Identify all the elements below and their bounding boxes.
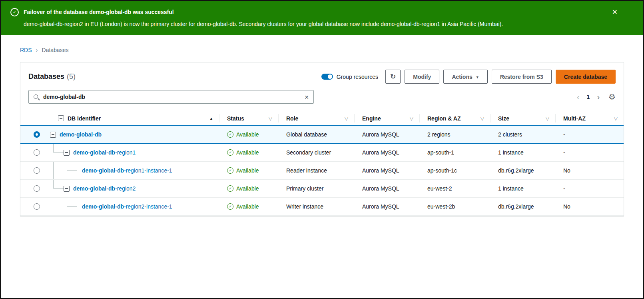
toggle-on-icon[interactable] [321, 74, 333, 80]
page-number[interactable]: 1 [586, 94, 591, 100]
expander-minus-icon[interactable] [64, 150, 70, 156]
filter-row: ✕ ‹ 1 › ⚙ [20, 90, 624, 111]
header-select-cell [20, 111, 45, 125]
size-cell: 1 instance [490, 144, 555, 161]
role-cell: Writer instance [278, 198, 354, 215]
caret-down-icon: ▼ [476, 75, 479, 79]
table-row[interactable]: demo-global-db ✓ Available Global databa… [20, 125, 624, 144]
filter-icon[interactable]: ▽ [345, 116, 348, 121]
column-header-region-az[interactable]: Region & AZ ▽ [419, 111, 490, 125]
column-header-status[interactable]: Status ▽ [219, 111, 278, 125]
table-row[interactable]: demo-global-db-region1-instance-1 ✓ Avai… [20, 162, 624, 180]
db-identifier-link[interactable]: demo-global-db-region1 [73, 149, 136, 156]
column-label: Status [227, 115, 244, 122]
breadcrumb-link-rds[interactable]: RDS [20, 47, 32, 53]
column-header-db-identifier[interactable]: DB identifier ▲ [45, 111, 219, 125]
create-database-button[interactable]: Create database [556, 70, 616, 84]
refresh-button[interactable]: ↻ [385, 70, 401, 84]
status-badge: Available [236, 131, 259, 138]
multi-az-cell: No [555, 198, 624, 215]
engine-cell: Aurora MySQL [354, 144, 419, 161]
column-label: Multi-AZ [563, 115, 586, 122]
size-cell: db.r6g.2xlarge [490, 198, 555, 215]
tree-connector [67, 162, 77, 171]
db-identifier-link[interactable]: demo-global-db-region2-instance-1 [82, 203, 172, 210]
page-next-icon[interactable]: › [597, 92, 600, 102]
actions-label: Actions [452, 74, 472, 80]
role-cell: Primary cluster [278, 180, 354, 197]
role-cell: Global database [278, 126, 354, 143]
search-box[interactable]: ✕ [28, 90, 314, 104]
search-icon [33, 94, 40, 100]
region-cell: eu-west-2b [419, 198, 490, 215]
tree-connector [53, 144, 64, 153]
collapse-all-minus-icon[interactable] [58, 115, 64, 121]
size-cell: db.r6g.2xlarge [490, 162, 555, 179]
filter-icon[interactable]: ▽ [614, 116, 618, 121]
status-badge: Available [236, 167, 259, 174]
restore-from-s3-button[interactable]: Restore from S3 [492, 70, 552, 84]
column-header-role[interactable]: Role ▽ [278, 111, 354, 125]
multi-az-cell: - [555, 126, 624, 143]
row-radio[interactable] [34, 149, 40, 156]
column-label: Region & AZ [427, 115, 461, 122]
close-icon[interactable]: ✕ [612, 8, 618, 16]
breadcrumb-chevron-icon: › [36, 46, 38, 53]
available-check-icon: ✓ [227, 185, 233, 192]
column-header-engine[interactable]: Engine ▽ [354, 111, 419, 125]
search-input[interactable] [29, 90, 313, 103]
breadcrumb-current: Databases [42, 47, 69, 53]
row-radio[interactable] [34, 167, 40, 174]
column-label: Engine [362, 115, 381, 122]
available-check-icon: ✓ [227, 131, 233, 138]
databases-table: DB identifier ▲ Status ▽ Role ▽ Engine ▽… [20, 111, 624, 216]
expander-minus-icon[interactable] [64, 186, 70, 192]
filter-icon[interactable]: ▽ [481, 116, 484, 121]
row-radio[interactable] [34, 185, 40, 192]
engine-cell: Aurora MySQL [354, 162, 419, 179]
table-row[interactable]: demo-global-db-region2-instance-1 ✓ Avai… [20, 198, 624, 216]
column-header-multi-az[interactable]: Multi-AZ ▽ [555, 111, 624, 125]
tree-connector [67, 198, 77, 207]
available-check-icon: ✓ [227, 203, 233, 210]
db-identifier-link[interactable]: demo-global-db-region2 [73, 185, 136, 192]
databases-panel: Databases (5) Group resources ↻ Modify A… [20, 62, 624, 216]
column-label: DB identifier [68, 115, 101, 122]
filter-icon[interactable]: ▽ [269, 116, 272, 121]
role-cell: Reader instance [278, 162, 354, 179]
table-header-row: DB identifier ▲ Status ▽ Role ▽ Engine ▽… [20, 111, 624, 126]
settings-gear-icon[interactable]: ⚙ [608, 92, 616, 102]
pagination: ‹ 1 › ⚙ [577, 92, 616, 102]
tree-connector [53, 180, 64, 189]
clear-icon[interactable]: ✕ [304, 93, 309, 101]
page-title: Databases [28, 72, 64, 81]
table-row[interactable]: demo-global-db-region2 ✓ Available Prima… [20, 180, 624, 198]
filter-icon[interactable]: ▽ [546, 116, 549, 121]
status-badge: Available [236, 185, 259, 192]
app-window: ✓ Failover of the database demo-global-d… [0, 0, 644, 299]
banner-message: demo-global-db-region2 in EU (London) is… [24, 20, 602, 28]
column-header-size[interactable]: Size ▽ [490, 111, 555, 125]
page-prev-icon[interactable]: ‹ [577, 92, 580, 102]
db-identifier-link[interactable]: demo-global-db-region1-instance-1 [82, 167, 172, 174]
sort-ascending-icon[interactable]: ▲ [209, 116, 213, 120]
row-radio[interactable] [34, 203, 40, 210]
banner-text: Failover of the database demo-global-db … [24, 8, 602, 28]
region-cell: ap-south-1 [419, 144, 490, 161]
size-cell: 1 instance [490, 180, 555, 197]
filter-icon[interactable]: ▽ [410, 116, 413, 121]
row-radio[interactable] [34, 131, 40, 138]
modify-button[interactable]: Modify [405, 70, 439, 84]
refresh-icon: ↻ [390, 72, 396, 81]
engine-cell: Aurora MySQL [354, 126, 419, 143]
db-identifier-link[interactable]: demo-global-db [60, 131, 102, 138]
group-resources-toggle[interactable]: Group resources [321, 74, 378, 80]
success-check-icon: ✓ [10, 8, 19, 16]
group-resources-label: Group resources [337, 74, 378, 80]
table-row[interactable]: demo-global-db-region1 ✓ Available Secon… [20, 144, 624, 162]
status-badge: Available [236, 203, 259, 210]
expander-minus-icon[interactable] [50, 132, 56, 138]
actions-button[interactable]: Actions ▼ [443, 70, 487, 84]
engine-cell: Aurora MySQL [354, 198, 419, 215]
tree-connector [53, 162, 54, 179]
